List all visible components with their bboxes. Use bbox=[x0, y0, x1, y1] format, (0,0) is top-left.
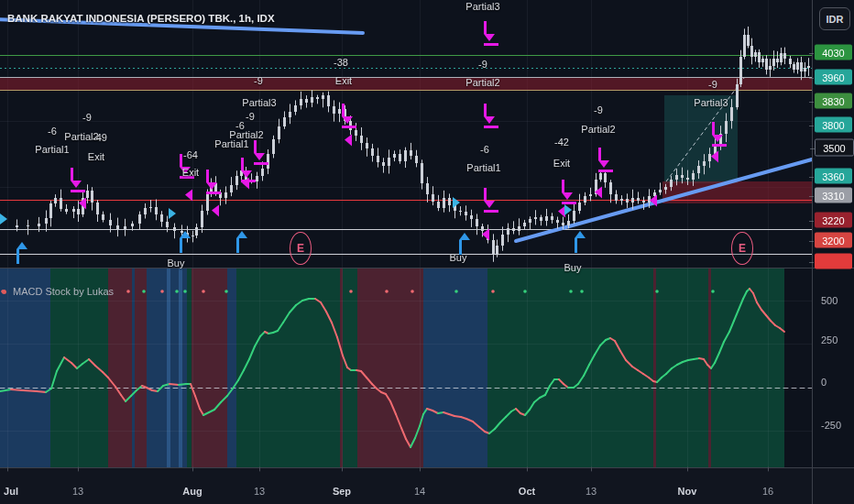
time-axis-label[interactable]: Sep bbox=[333, 486, 351, 497]
sell-arrow-bar bbox=[598, 170, 613, 172]
sell-arrow-stem bbox=[598, 148, 601, 160]
trade-annotation: -9 bbox=[246, 111, 255, 122]
time-axis-label[interactable]: 13 bbox=[586, 486, 597, 497]
sell-flag-icon bbox=[345, 135, 352, 147]
scale-tick: – bbox=[809, 236, 814, 245]
indicator-status-dot bbox=[2, 290, 6, 294]
time-axis-label[interactable]: 13 bbox=[254, 486, 265, 497]
sell-flag-icon bbox=[242, 178, 249, 190]
entry-marker[interactable]: E bbox=[731, 232, 753, 265]
sell-arrow-stem bbox=[206, 170, 209, 182]
sell-flag-icon bbox=[79, 198, 86, 210]
sell-arrow-stem bbox=[484, 21, 487, 34]
sell-arrow-bar bbox=[206, 192, 221, 194]
sell-arrow-bar bbox=[254, 162, 268, 165]
trade-annotation: Partial2 bbox=[581, 124, 615, 135]
price-scale-label[interactable]: 4030– bbox=[815, 45, 852, 60]
price-scale-label[interactable]: 3800– bbox=[815, 117, 852, 133]
sell-arrow-stem bbox=[712, 122, 715, 135]
sell-arrow-bar bbox=[342, 126, 356, 128]
trade-annotation: Partial1 bbox=[214, 138, 248, 149]
trade-annotation: Exit bbox=[335, 75, 352, 86]
scale-tick: – bbox=[810, 143, 815, 152]
buy-label: Buy bbox=[168, 257, 185, 268]
sell-arrow-bar bbox=[484, 43, 498, 46]
sell-arrow-stem bbox=[71, 168, 73, 181]
trading-chart-window: BANK RAKYAT INDONESIA (PERSERO) TBK., 1h… bbox=[0, 0, 854, 504]
price-scale-label[interactable]: 3360– bbox=[815, 169, 852, 184]
price-scale-label[interactable]: 3830– bbox=[815, 93, 852, 109]
trade-annotation: -9 bbox=[82, 112, 92, 123]
buy-arrow-stem bbox=[575, 238, 577, 253]
trade-annotation: Exit bbox=[553, 158, 570, 169]
currency-toggle-button[interactable]: IDR bbox=[819, 7, 850, 30]
scale-tick: – bbox=[809, 191, 814, 200]
sell-arrow-head bbox=[562, 192, 573, 200]
sell-arrow-stem bbox=[180, 154, 182, 167]
sell-arrow-stem bbox=[254, 140, 257, 153]
sell-flag-icon bbox=[185, 190, 192, 202]
sell-arrow-head bbox=[484, 201, 495, 208]
indicator-title[interactable]: MACD Stock by Lukas bbox=[13, 286, 114, 297]
sell-arrow-head bbox=[598, 160, 609, 168]
price-scale-label[interactable]: 3310– bbox=[815, 188, 852, 203]
sell-arrow-head bbox=[484, 34, 495, 41]
trade-annotation: Partial3 bbox=[242, 97, 276, 108]
macd-scale-label: -250 bbox=[821, 420, 841, 431]
price-scale-label[interactable]: 3500– bbox=[815, 139, 854, 157]
macd-scale-label: 0 bbox=[821, 377, 827, 388]
sell-arrow-bar bbox=[484, 210, 498, 213]
trade-annotation: -6 bbox=[48, 126, 57, 137]
sell-arrow-head bbox=[712, 135, 723, 142]
sell-arrow-stem bbox=[342, 104, 345, 116]
trade-annotation: -38 bbox=[334, 57, 348, 68]
buy-arrow-head bbox=[575, 231, 586, 238]
time-axis-label[interactable]: Oct bbox=[519, 486, 535, 497]
scale-tick: – bbox=[809, 48, 814, 57]
time-axis-label[interactable]: Aug bbox=[182, 486, 202, 497]
sell-flag-icon bbox=[650, 195, 657, 207]
price-scale-label[interactable]: 3200– bbox=[815, 233, 852, 248]
sell-arrow-head bbox=[206, 182, 217, 190]
time-axis-label[interactable]: Jul bbox=[4, 486, 18, 497]
chart-canvas[interactable] bbox=[0, 0, 854, 504]
sell-arrow-bar bbox=[712, 144, 727, 147]
buy-arrow-stem bbox=[180, 238, 182, 253]
sell-arrow-bar bbox=[484, 126, 498, 128]
symbol-title: BANK RAKYAT INDONESIA (PERSERO) TBK., 1h… bbox=[7, 13, 275, 24]
sell-arrow-stem bbox=[484, 104, 487, 116]
trade-annotation: -6 bbox=[480, 144, 489, 155]
sell-flag-icon bbox=[212, 205, 219, 217]
trade-annotation: Exit bbox=[88, 151, 104, 162]
trade-annotation: Partial3 bbox=[694, 97, 728, 108]
buy-label: Buy bbox=[450, 252, 467, 263]
price-scale-label[interactable]: 3220– bbox=[815, 213, 852, 228]
sell-arrow-stem bbox=[484, 188, 487, 201]
sell-flag-icon bbox=[595, 187, 602, 199]
entry-marker[interactable]: E bbox=[290, 232, 312, 265]
trade-annotation: -9 bbox=[708, 79, 717, 90]
scale-tick: – bbox=[809, 171, 814, 181]
time-axis-label[interactable]: Nov bbox=[678, 486, 697, 497]
trade-annotation: -64 bbox=[183, 149, 198, 160]
sell-arrow-head bbox=[484, 116, 495, 124]
buy-arrow-stem bbox=[236, 238, 239, 253]
sell-arrow-stem bbox=[241, 158, 244, 170]
sell-flag-icon bbox=[711, 151, 718, 163]
trade-annotation: -49 bbox=[93, 132, 107, 143]
scale-tick: – bbox=[809, 257, 814, 266]
trade-annotation: Partial1 bbox=[35, 144, 69, 155]
trade-annotation: -42 bbox=[554, 137, 569, 148]
trade-annotation: Partial1 bbox=[466, 162, 500, 173]
buy-arrow-stem bbox=[16, 249, 19, 264]
sell-arrow-bar bbox=[71, 190, 85, 192]
time-axis-label[interactable]: 13 bbox=[72, 486, 83, 497]
scale-tick: – bbox=[809, 72, 814, 82]
time-axis-label[interactable]: 14 bbox=[414, 486, 425, 497]
scale-tick: – bbox=[809, 215, 814, 225]
sell-arrow-head bbox=[254, 153, 265, 160]
price-scale-label[interactable]: – bbox=[815, 254, 852, 269]
trade-annotation: -9 bbox=[594, 104, 603, 115]
time-axis-label[interactable]: 16 bbox=[762, 486, 773, 497]
price-scale-label[interactable]: 3960– bbox=[815, 70, 852, 85]
